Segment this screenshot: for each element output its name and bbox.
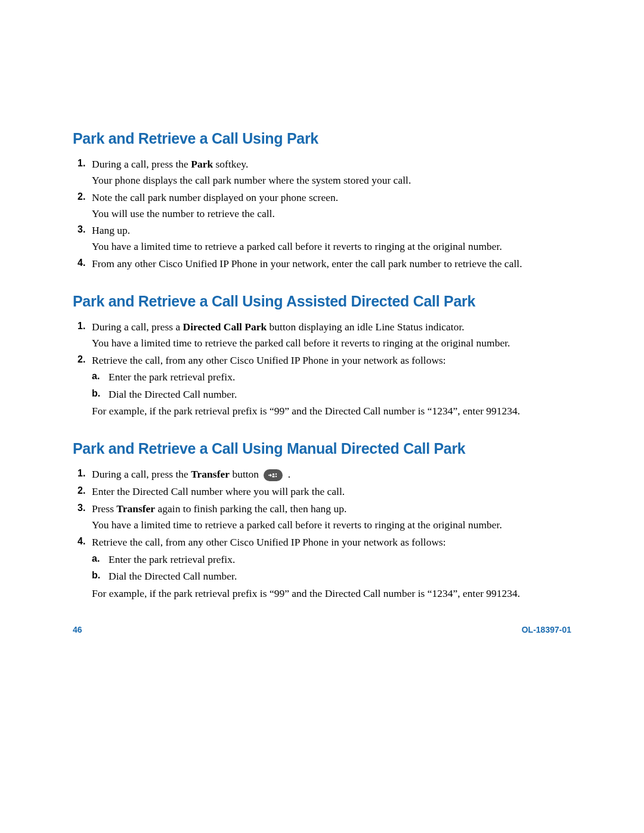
list-item: Hang up. You have a limited time to retr…	[73, 223, 571, 254]
sublist: Enter the park retrieval prefix. Dial th…	[92, 552, 571, 584]
list-item: During a call, press the Park softkey. Y…	[73, 157, 571, 188]
text-bold: Transfer	[191, 468, 230, 480]
text: Press	[92, 503, 116, 515]
text: You have a limited time to retrieve a pa…	[92, 518, 571, 532]
sublist-item: Dial the Directed Call number.	[92, 569, 571, 584]
document-id: OL-18397-01	[522, 625, 571, 634]
text: again to finish parking the call, then h…	[155, 503, 346, 515]
svg-rect-1	[273, 476, 275, 478]
sublist-item: Dial the Directed Call number.	[92, 387, 571, 402]
text: .	[285, 468, 290, 480]
text: button	[230, 468, 261, 480]
list-item: Press Transfer again to finish parking t…	[73, 501, 571, 532]
list-item: Enter the Directed Call number where you…	[73, 484, 571, 499]
text: During a call, press a	[92, 321, 183, 333]
text: Note the call park number displayed on y…	[92, 191, 338, 203]
text: During a call, press the	[92, 158, 191, 170]
text: You have a limited time to retrieve a pa…	[92, 239, 571, 254]
heading-manual-directed: Park and Retrieve a Call Using Manual Di…	[73, 440, 571, 457]
heading-park: Park and Retrieve a Call Using Park	[73, 130, 571, 147]
text: softkey.	[213, 158, 248, 170]
page-number: 46	[73, 625, 82, 634]
list-manual: During a call, press the Transfer button…	[73, 467, 571, 600]
text: Your phone displays the call park number…	[92, 173, 571, 188]
text: Retrieve the call, from any other Cisco …	[92, 354, 446, 366]
list-item: During a call, press the Transfer button…	[73, 467, 571, 482]
text: During a call, press the	[92, 468, 191, 480]
text: For example, if the park retrieval prefi…	[92, 404, 571, 419]
text-bold: Transfer	[116, 503, 155, 515]
list-item: During a call, press a Directed Call Par…	[73, 320, 571, 351]
list-park: During a call, press the Park softkey. Y…	[73, 157, 571, 271]
heading-assisted-directed: Park and Retrieve a Call Using Assisted …	[73, 293, 571, 310]
list-item: Note the call park number displayed on y…	[73, 190, 571, 221]
page-footer: 46 OL-18397-01	[73, 625, 571, 634]
sublist-item: Enter the park retrieval prefix.	[92, 552, 571, 567]
list-item: From any other Cisco Unified IP Phone in…	[73, 256, 571, 271]
list-item: Retrieve the call, from any other Cisco …	[73, 535, 571, 601]
svg-point-2	[275, 473, 277, 475]
svg-rect-0	[273, 473, 274, 475]
sublist-item: Enter the park retrieval prefix.	[92, 370, 571, 385]
text: You have a limited time to retrieve the …	[92, 336, 571, 351]
list-item: Retrieve the call, from any other Cisco …	[73, 353, 571, 419]
list-assisted: During a call, press a Directed Call Par…	[73, 320, 571, 419]
text: Retrieve the call, from any other Cisco …	[92, 536, 446, 548]
text: button displaying an idle Line Status in…	[267, 321, 464, 333]
sublist: Enter the park retrieval prefix. Dial th…	[92, 370, 571, 401]
page-content: Park and Retrieve a Call Using Park Duri…	[73, 130, 571, 603]
text: For example, if the park retrieval prefi…	[92, 586, 571, 601]
text: Enter the Directed Call number where you…	[92, 485, 345, 497]
svg-point-3	[275, 476, 277, 477]
text-bold: Directed Call Park	[183, 321, 267, 333]
text: Hang up.	[92, 224, 130, 236]
text: From any other Cisco Unified IP Phone in…	[92, 258, 522, 270]
text: You will use the number to retrieve the …	[92, 206, 571, 221]
transfer-icon	[264, 469, 283, 481]
text-bold: Park	[191, 158, 213, 170]
